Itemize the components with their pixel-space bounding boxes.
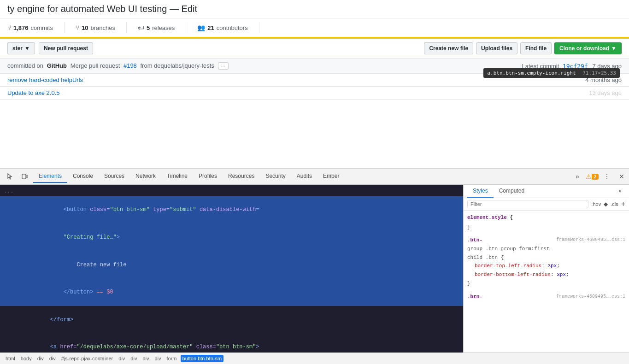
file-name-1[interactable]: remove hard-coded helpUrls <box>7 76 83 83</box>
upload-files-label: Upload files <box>481 45 512 52</box>
commits-icon: ⑂ <box>7 24 11 31</box>
create-file-label: Create new file <box>429 45 468 52</box>
file-item-2: Update to axe 2.0.5 13 days ago <box>0 87 629 99</box>
releases-stat[interactable]: 🏷 5 releases <box>127 22 186 33</box>
tooltip-selector: a.btn.btn-sm.empty-icon.right <box>487 70 576 76</box>
contributors-icon: 👥 <box>197 24 205 31</box>
branches-stat[interactable]: ⑂ 10 branches <box>65 22 127 33</box>
branch-button[interactable]: ster ▼ <box>7 42 35 54</box>
branch-label: ster <box>12 45 23 52</box>
find-file-label: Find file <box>525 45 547 52</box>
clone-caret-icon: ▼ <box>611 45 617 52</box>
upload-files-button[interactable]: Upload files <box>476 42 517 54</box>
new-pull-request-button[interactable]: New pull request <box>39 42 93 54</box>
releases-icon: 🏷 <box>138 24 144 31</box>
branches-label: branches <box>90 24 115 31</box>
commits-label: commits <box>31 24 53 31</box>
branches-count: 10 <box>82 24 88 31</box>
clone-label: Clone or download <box>559 45 609 52</box>
find-file-button[interactable]: Find file <box>520 42 552 54</box>
action-bar-right: Create new file Upload files Find file C… <box>424 42 622 54</box>
releases-count: 5 <box>147 24 150 31</box>
contributors-label: contributors <box>217 24 248 31</box>
commits-stat[interactable]: ⑂ 1,876 commits <box>0 22 65 33</box>
contributors-stat[interactable]: 👥 21 contributors <box>186 22 259 33</box>
commit-info-left: committed on GitHub Merge pull request #… <box>7 62 229 70</box>
branch-caret-icon: ▼ <box>24 45 30 52</box>
tooltip-size: 71.17×25.33 <box>582 70 616 76</box>
commits-count: 1,876 <box>13 24 29 31</box>
pr-link[interactable]: #198 <box>123 62 137 69</box>
commit-message: Merge pull request #198 from dequelabs/j… <box>71 62 216 69</box>
commit-ellipsis[interactable]: ··· <box>218 62 229 70</box>
pull-request-label: New pull request <box>44 45 88 52</box>
clone-or-download-button[interactable]: Clone or download ▼ <box>554 42 622 54</box>
repo-stats-bar: ⑂ 1,876 commits ⑂ 10 branches 🏷 5 releas… <box>0 18 629 39</box>
commit-platform: GitHub <box>47 62 67 69</box>
create-new-file-button[interactable]: Create new file <box>424 42 473 54</box>
action-bar: ster ▼ New pull request Create new file … <box>0 39 629 59</box>
file-name-2[interactable]: Update to axe 2.0.5 <box>7 89 59 96</box>
contributors-count: 21 <box>207 24 214 31</box>
file-time-2: 13 days ago <box>589 89 622 96</box>
tooltip-box: a.btn.btn-sm.empty-icon.right 71.17×25.3… <box>483 68 620 78</box>
page-title: ty engine for automated Web UI testing —… <box>0 0 629 18</box>
branches-icon: ⑂ <box>76 24 79 31</box>
releases-label: releases <box>152 24 175 31</box>
action-bar-left: ster ▼ New pull request <box>7 42 420 54</box>
title-text: ty engine for automated Web UI testing —… <box>7 4 197 14</box>
commit-prefix: committed on <box>7 62 43 69</box>
